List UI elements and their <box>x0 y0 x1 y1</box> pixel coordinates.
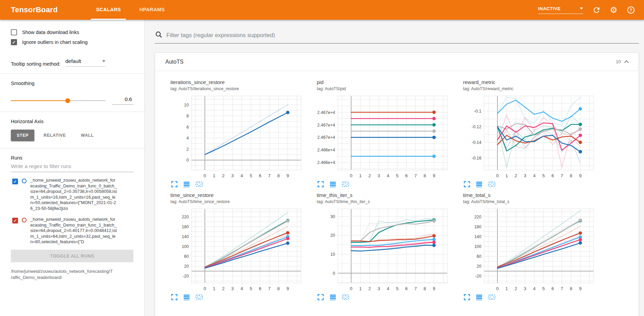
data-table-icon[interactable] <box>183 180 191 188</box>
svg-text:2: 2 <box>222 286 225 291</box>
chart-tag: tag: AutoTS/reward_metric <box>463 86 606 91</box>
data-table-icon[interactable] <box>329 180 337 188</box>
section-header[interactable]: AutoTS 10 <box>155 53 639 71</box>
ignore-outliers-checkbox-row[interactable]: Ignore outliers in chart scaling <box>11 39 133 45</box>
run-checkbox[interactable] <box>12 179 18 184</box>
chevron-down-icon <box>580 7 583 10</box>
data-table-icon[interactable] <box>329 293 337 301</box>
runs-regex-input[interactable] <box>11 161 133 172</box>
svg-text:0: 0 <box>350 173 352 178</box>
help-icon[interactable]: ? <box>627 6 635 14</box>
line-chart-plot[interactable]: 0123456789-0.16-0.14-0.12-0.1 <box>463 94 596 180</box>
data-table-icon[interactable] <box>183 293 191 301</box>
status-dropdown[interactable]: INACTIVE <box>538 6 583 14</box>
svg-text:3: 3 <box>524 286 526 291</box>
run-row-0[interactable]: _home_junweid_zouwu_autots_network_forec… <box>11 178 133 211</box>
show-download-links-label: Show data download links <box>22 30 79 35</box>
axis-wall-button[interactable]: WALL <box>75 130 100 141</box>
fit-domain-icon[interactable] <box>195 293 203 301</box>
smoothing-value[interactable]: 0.6 <box>112 96 133 105</box>
svg-text:1: 1 <box>506 286 508 291</box>
run-checkbox[interactable] <box>12 218 18 223</box>
line-chart-plot[interactable]: 01234567890246810 <box>170 94 304 180</box>
expand-chart-icon[interactable] <box>170 293 178 301</box>
fit-domain-icon[interactable] <box>341 180 350 188</box>
chart-tag: tag: AutoTS/time_since_restore <box>170 199 313 204</box>
chart-title: time_this_iter_s <box>317 192 460 198</box>
smoothing-slider[interactable] <box>11 98 105 103</box>
svg-text:2: 2 <box>222 173 225 178</box>
svg-text:0: 0 <box>333 271 335 276</box>
tab-scalars[interactable]: SCALARS <box>91 0 126 20</box>
svg-text:7: 7 <box>414 173 417 178</box>
line-chart-plot[interactable]: 0123456789-202060100140180220 <box>463 207 596 293</box>
settings-gear-icon[interactable]: ⚙ <box>610 6 617 14</box>
svg-text:6: 6 <box>405 173 408 178</box>
line-chart-plot[interactable]: 01234567890102030 <box>317 207 450 293</box>
chart-tag: tag: AutoTS/pid <box>317 86 460 91</box>
show-download-links-checkbox-row[interactable]: Show data download links <box>11 29 133 35</box>
chart-toolbar <box>463 180 606 188</box>
topbar-actions: INACTIVE ⚙ ? <box>538 0 635 20</box>
section-collapse-control[interactable]: 10 <box>616 59 629 64</box>
chevron-up-icon <box>624 60 629 63</box>
fit-domain-icon[interactable] <box>341 293 350 301</box>
tab-hparams[interactable]: HPARAMS <box>134 0 170 20</box>
fit-domain-icon[interactable] <box>488 293 496 301</box>
svg-text:5: 5 <box>250 173 252 178</box>
chart-title: time_total_s <box>463 192 606 198</box>
svg-text:-0.12: -0.12 <box>472 124 482 129</box>
slider-thumb[interactable] <box>65 98 70 103</box>
chart-toolbar <box>463 293 606 301</box>
search-icon <box>155 31 163 40</box>
expand-chart-icon[interactable] <box>463 293 471 301</box>
run-color-radio[interactable] <box>22 218 27 222</box>
axis-step-button[interactable]: STEP <box>11 130 34 141</box>
svg-text:5: 5 <box>396 286 398 291</box>
chart-title: reward_metric <box>463 79 606 85</box>
refresh-icon[interactable] <box>592 6 601 14</box>
scalar-chart-card: time_total_s tag: AutoTS/time_total_s 01… <box>463 192 606 301</box>
data-table-icon[interactable] <box>475 293 483 301</box>
svg-text:2.467e+4: 2.467e+4 <box>317 135 335 140</box>
svg-text:2.467e+4: 2.467e+4 <box>317 110 335 115</box>
fit-domain-icon[interactable] <box>488 180 496 188</box>
line-chart-plot[interactable]: 01234567892.466e+42.466e+42.467e+42.467e… <box>317 94 450 180</box>
show-download-links-checkbox[interactable] <box>11 29 17 35</box>
line-chart-plot[interactable]: 0123456789-202060100140180220 <box>170 207 304 293</box>
svg-text:2: 2 <box>515 286 517 291</box>
scalar-chart-card: reward_metric tag: AutoTS/reward_metric … <box>463 79 606 188</box>
expand-chart-icon[interactable] <box>317 293 325 301</box>
expand-chart-icon[interactable] <box>170 180 178 188</box>
data-table-icon[interactable] <box>475 180 483 188</box>
scalar-chart-card: iterations_since_restore tag: AutoTS/ite… <box>170 79 313 188</box>
run-color-radio[interactable] <box>22 179 27 183</box>
svg-text:5: 5 <box>250 286 252 291</box>
tooltip-sorting-label: Tooltip sorting method: <box>11 61 61 67</box>
ignore-outliers-checkbox[interactable] <box>11 39 17 45</box>
chart-tag: tag: AutoTS/iterations_since_restore <box>170 86 313 91</box>
svg-text:6: 6 <box>405 286 408 291</box>
svg-text:180: 180 <box>182 224 189 229</box>
axis-relative-button[interactable]: RELATIVE <box>38 130 72 141</box>
tag-filter-input[interactable] <box>166 32 639 39</box>
run-row-1[interactable]: _home_junweid_zouwu_autots_network_forec… <box>11 217 133 245</box>
svg-text:140: 140 <box>474 234 481 239</box>
svg-text:9: 9 <box>286 286 289 291</box>
svg-text:6: 6 <box>259 286 261 291</box>
ignore-outliers-label: Ignore outliers in chart scaling <box>22 39 88 45</box>
expand-chart-icon[interactable] <box>463 180 471 188</box>
svg-text:100: 100 <box>182 244 189 249</box>
sidebar-divider <box>0 148 144 148</box>
svg-text:-0.16: -0.16 <box>472 156 482 161</box>
svg-text:2.466e+4: 2.466e+4 <box>317 160 335 165</box>
svg-text:8: 8 <box>277 286 280 291</box>
chart-toolbar <box>170 180 313 188</box>
svg-text:4: 4 <box>387 173 389 178</box>
expand-chart-icon[interactable] <box>317 180 325 188</box>
svg-text:100: 100 <box>474 244 481 249</box>
tooltip-sorting-select[interactable]: default <box>65 58 105 67</box>
fit-domain-icon[interactable] <box>195 180 203 188</box>
svg-text:4: 4 <box>533 286 535 291</box>
toggle-all-runs-button[interactable]: TOGGLE ALL RUNS <box>11 250 133 262</box>
